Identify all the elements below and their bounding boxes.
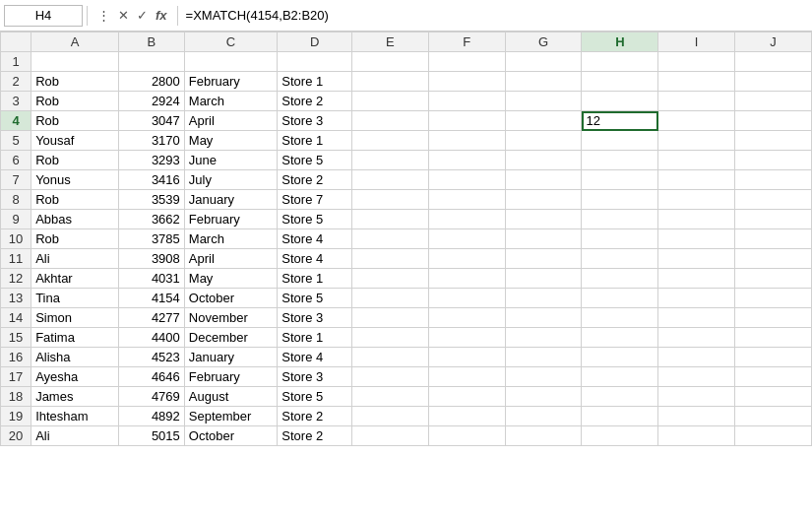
- cell-F11[interactable]: [428, 249, 505, 269]
- cell-E6[interactable]: [351, 151, 428, 170]
- cell-J17[interactable]: [735, 367, 812, 387]
- cell-H2[interactable]: [582, 72, 658, 92]
- cell-H10[interactable]: [582, 229, 658, 249]
- cell-E8[interactable]: [351, 190, 428, 210]
- cell-A16[interactable]: Alisha: [31, 348, 119, 367]
- cell-C1[interactable]: [184, 52, 278, 72]
- cell-F13[interactable]: [428, 289, 505, 308]
- col-header-F[interactable]: F: [428, 33, 505, 52]
- menu-icon[interactable]: ⋮: [95, 8, 112, 23]
- cell-D14[interactable]: Store 3: [278, 308, 352, 328]
- cell-F2[interactable]: [428, 72, 505, 92]
- cell-G13[interactable]: [505, 289, 582, 308]
- cell-G14[interactable]: [505, 308, 582, 328]
- cell-F5[interactable]: [428, 131, 505, 151]
- cell-B8[interactable]: 3539: [119, 190, 185, 210]
- cell-C6[interactable]: June: [184, 151, 278, 170]
- cell-B10[interactable]: 3785: [119, 229, 185, 249]
- cell-A17[interactable]: Ayesha: [31, 367, 119, 387]
- cell-D1[interactable]: [278, 52, 352, 72]
- cell-G10[interactable]: [505, 229, 582, 249]
- cell-I12[interactable]: [658, 269, 735, 289]
- cell-E7[interactable]: [351, 170, 428, 190]
- cell-A14[interactable]: Simon: [31, 308, 119, 328]
- cell-I11[interactable]: [658, 249, 735, 269]
- cell-H5[interactable]: [582, 131, 658, 151]
- cell-E11[interactable]: [351, 249, 428, 269]
- cell-D13[interactable]: Store 5: [278, 289, 352, 308]
- cell-H1[interactable]: [582, 52, 658, 72]
- cell-B14[interactable]: 4277: [119, 308, 185, 328]
- cell-C3[interactable]: March: [184, 92, 278, 111]
- row-num-14[interactable]: 14: [1, 308, 31, 328]
- cell-F18[interactable]: [428, 387, 505, 407]
- cell-I20[interactable]: [658, 426, 735, 446]
- cell-B9[interactable]: 3662: [119, 210, 185, 229]
- cell-F12[interactable]: [428, 269, 505, 289]
- row-num-5[interactable]: 5: [1, 131, 31, 151]
- cell-A7[interactable]: Yonus: [31, 170, 119, 190]
- row-num-6[interactable]: 6: [1, 151, 31, 170]
- cell-I16[interactable]: [658, 348, 735, 367]
- cell-B18[interactable]: 4769: [119, 387, 185, 407]
- cell-D5[interactable]: Store 1: [278, 131, 352, 151]
- cell-I6[interactable]: [658, 151, 735, 170]
- cell-H14[interactable]: [582, 308, 658, 328]
- cell-E1[interactable]: [351, 52, 428, 72]
- cell-H7[interactable]: [582, 170, 658, 190]
- col-header-H[interactable]: H: [582, 33, 658, 52]
- cell-E2[interactable]: [351, 72, 428, 92]
- cell-G8[interactable]: [505, 190, 582, 210]
- cell-C13[interactable]: October: [184, 289, 278, 308]
- cell-H19[interactable]: [582, 407, 658, 426]
- cell-A20[interactable]: Ali: [31, 426, 119, 446]
- cell-H13[interactable]: [582, 289, 658, 308]
- cell-J3[interactable]: [735, 92, 812, 111]
- cell-D19[interactable]: Store 2: [278, 407, 352, 426]
- row-num-18[interactable]: 18: [1, 387, 31, 407]
- cell-D15[interactable]: Store 1: [278, 328, 352, 348]
- row-num-7[interactable]: 7: [1, 170, 31, 190]
- cell-A12[interactable]: Akhtar: [31, 269, 119, 289]
- cell-H3[interactable]: [582, 92, 658, 111]
- cell-J6[interactable]: [735, 151, 812, 170]
- cell-I15[interactable]: [658, 328, 735, 348]
- row-num-17[interactable]: 17: [1, 367, 31, 387]
- cell-F16[interactable]: [428, 348, 505, 367]
- cell-H18[interactable]: [582, 387, 658, 407]
- row-num-4[interactable]: 4: [1, 111, 31, 131]
- cancel-icon[interactable]: ✕: [116, 8, 131, 23]
- cell-I9[interactable]: [658, 210, 735, 229]
- cell-F4[interactable]: [428, 111, 505, 131]
- cell-C14[interactable]: November: [184, 308, 278, 328]
- cell-E3[interactable]: [351, 92, 428, 111]
- row-num-20[interactable]: 20: [1, 426, 31, 446]
- cell-I4[interactable]: [658, 111, 735, 131]
- cell-J20[interactable]: [735, 426, 812, 446]
- cell-J12[interactable]: [735, 269, 812, 289]
- cell-B6[interactable]: 3293: [119, 151, 185, 170]
- formula-input[interactable]: [182, 5, 808, 27]
- col-header-I[interactable]: I: [658, 33, 735, 52]
- cell-J8[interactable]: [735, 190, 812, 210]
- cell-J10[interactable]: [735, 229, 812, 249]
- cell-F8[interactable]: [428, 190, 505, 210]
- cell-E4[interactable]: [351, 111, 428, 131]
- cell-J4[interactable]: [735, 111, 812, 131]
- cell-I10[interactable]: [658, 229, 735, 249]
- cell-F17[interactable]: [428, 367, 505, 387]
- cell-I7[interactable]: [658, 170, 735, 190]
- cell-H16[interactable]: [582, 348, 658, 367]
- cell-B19[interactable]: 4892: [119, 407, 185, 426]
- cell-H4[interactable]: 12: [582, 111, 658, 131]
- cell-G7[interactable]: [505, 170, 582, 190]
- row-num-9[interactable]: 9: [1, 210, 31, 229]
- cell-I19[interactable]: [658, 407, 735, 426]
- cell-F9[interactable]: [428, 210, 505, 229]
- cell-G11[interactable]: [505, 249, 582, 269]
- cell-J14[interactable]: [735, 308, 812, 328]
- cell-C15[interactable]: December: [184, 328, 278, 348]
- row-num-11[interactable]: 11: [1, 249, 31, 269]
- cell-D20[interactable]: Store 2: [278, 426, 352, 446]
- cell-H17[interactable]: [582, 367, 658, 387]
